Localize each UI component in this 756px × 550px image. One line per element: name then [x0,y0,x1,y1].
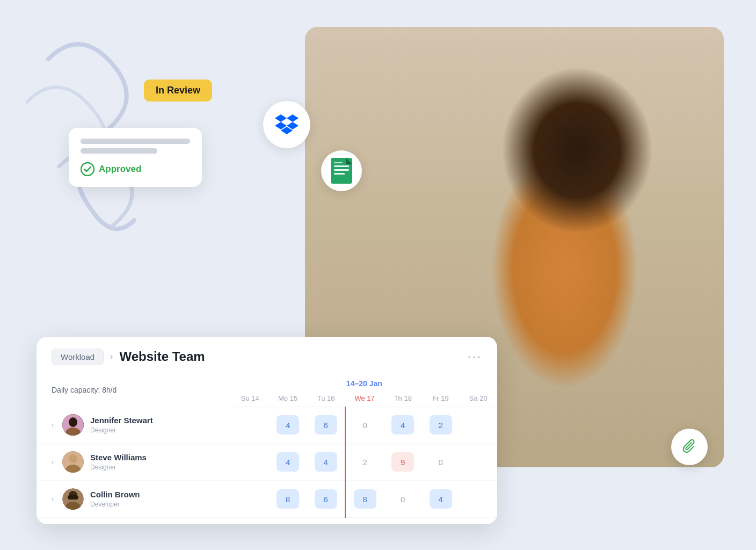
collin-we17: 8 [345,481,384,518]
svg-rect-8 [334,173,345,175]
avatar-collin [62,488,84,510]
collin-fr19: 4 [421,481,459,518]
col-sa20: Sa 20 [460,390,497,407]
steve-tu16: 4 [307,444,345,481]
col-mo15: Mo 15 [269,390,307,407]
svg-rect-19 [68,495,78,500]
workload-table: Daily capacity: 8h/d 14–20 Jan Su 14 Mo … [37,374,497,518]
role-jennifer: Designer [90,426,116,434]
approved-label: Approved [81,162,190,176]
card-placeholder-lines [81,139,190,154]
capacity-label-text: Daily capacity: 8h/d [52,386,117,394]
dropbox-icon-circle [263,101,310,148]
collin-su14 [231,481,269,518]
jennifer-we17: 0 [345,407,384,444]
svg-rect-9 [334,162,343,163]
paperclip-icon [681,438,698,455]
svg-marker-0 [275,114,287,122]
steve-we17: 2 [345,444,384,481]
collin-th18: 0 [384,481,421,518]
workload-panel: Workload › Website Team ··· Daily capaci… [37,337,497,525]
jennifer-su14 [231,407,269,444]
svg-point-12 [69,417,77,427]
in-review-label: In Review [156,85,200,96]
date-range-header-row: Daily capacity: 8h/d 14–20 Jan [37,374,497,390]
steve-sa20 [460,444,497,481]
col-fr19: Fr 19 [421,390,459,407]
col-su14: Su 14 [231,390,269,407]
jennifer-fr19: 2 [421,407,459,444]
google-sheets-icon [331,158,352,184]
expand-arrow-steve[interactable]: › [52,458,54,466]
steve-fr19: 0 [421,444,459,481]
jennifer-tu16: 6 [307,407,345,444]
table-row: › Steve Williams Designer [37,444,497,481]
card-line-1 [81,139,190,144]
jennifer-th18: 4 [384,407,421,444]
person-cell-collin: › Collin Brown Developer [37,481,231,518]
workload-tag[interactable]: Workload [52,349,104,365]
person-cell-jennifer: › Jennifer Stewart Designer [37,407,231,444]
panel-header-left: Workload › Website Team [52,349,205,365]
more-options-button[interactable]: ··· [468,350,482,364]
name-steve: Steve Williams [90,453,147,462]
col-we17: We 17 [345,390,384,407]
card-line-2 [81,148,157,154]
role-collin: Developer [90,501,120,508]
role-steve: Designer [90,464,116,471]
steve-th18: 9 [384,444,421,481]
name-collin: Collin Brown [90,490,140,499]
team-title: Website Team [119,349,205,364]
dropbox-icon [275,114,299,135]
person-cell-steve: › Steve Williams Designer [37,444,231,481]
col-tu16: Tu 16 [307,390,345,407]
panel-header: Workload › Website Team ··· [37,337,497,374]
expand-arrow-collin[interactable]: › [52,495,54,503]
jennifer-mo15: 4 [269,407,307,444]
collin-tu16: 6 [307,481,345,518]
approved-card: Approved [69,128,202,187]
col-th18: Th 18 [384,390,421,407]
expand-arrow-jennifer[interactable]: › [52,421,54,429]
paperclip-button[interactable] [671,429,708,465]
capacity-header: Daily capacity: 8h/d [37,374,231,407]
svg-marker-1 [287,114,299,122]
svg-rect-6 [334,165,349,167]
avatar-steve [62,451,84,473]
table-row: › Collin Brown Developer [37,481,497,518]
jennifer-sa20 [460,407,497,444]
table-row: › Jennifer Stewart Designer [37,407,497,444]
check-circle-icon [81,162,95,176]
approved-text: Approved [99,164,141,175]
breadcrumb-chevron: › [110,352,113,361]
steve-su14 [231,444,269,481]
in-review-badge: In Review [144,79,212,102]
google-sheets-icon-circle [321,150,362,191]
svg-point-10 [81,163,94,176]
collin-mo15: 8 [269,481,307,518]
collin-sa20 [460,481,497,518]
avatar-jennifer [62,414,84,436]
svg-point-15 [69,454,77,463]
date-range-header: 14–20 Jan [231,374,497,390]
name-jennifer: Jennifer Stewart [90,416,153,425]
svg-rect-7 [334,169,349,171]
steve-mo15: 4 [269,444,307,481]
